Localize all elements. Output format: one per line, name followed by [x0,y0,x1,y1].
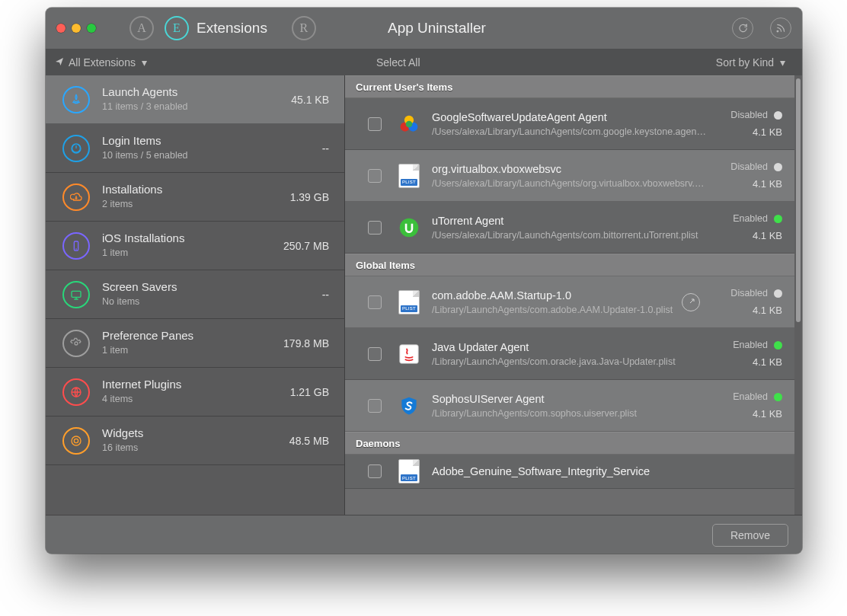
status-dot-icon [774,163,782,171]
checkbox[interactable] [368,347,382,361]
item-name: uTorrent Agent [432,215,708,227]
sidebar-item-launch-agents[interactable]: Launch Agents 11 items / 3 enabled 45.1 … [46,75,344,124]
chat-icon[interactable] [732,18,753,39]
item-name: org.virtualbox.vboxwebsvc [432,163,708,175]
list-item[interactable]: org.virtualbox.vboxwebsvc /Users/alexa/L… [345,150,794,202]
sidebar-item-title: iOS Installations [102,231,283,246]
sidebar-item-widgets[interactable]: Widgets 16 items 48.5 MB [46,417,344,465]
sidebar-item-subtitle: 1 item [102,247,283,260]
maximize-window-button[interactable] [87,24,96,33]
checkbox[interactable] [368,464,382,478]
sidebar-item-title: Login Items [102,134,322,148]
sidebar-item-text: Launch Agents 11 items / 3 enabled [102,85,291,113]
sidebar-item-size: 179.8 MB [283,337,329,349]
item-meta: Enabled 4.1 KB [717,391,782,420]
sidebar-item-text: Internet Plugins 4 items [102,378,290,405]
item-text: SophosUIServer Agent /Library/LaunchAgen… [432,393,708,419]
app-icon [398,292,420,313]
status-label: Disabled [730,161,768,172]
list-item[interactable]: Adobe_Genuine_Software_Integrity_Service [345,455,794,489]
item-meta: Enabled 4.1 KB [717,340,782,368]
scrollbar[interactable] [794,75,802,515]
launch-agents-icon [62,86,90,113]
status: Enabled [733,391,782,402]
sidebar-item-subtitle: 11 items / 3 enabled [102,101,291,113]
sidebar-item-subtitle: 1 item [102,345,283,357]
list-item[interactable]: GoogleSoftwareUpdateAgent Agent /Users/a… [345,98,794,150]
remove-button[interactable]: Remove [712,524,788,547]
svg-point-4 [75,342,78,345]
rss-icon[interactable] [770,18,791,39]
chevron-down-icon: ▾ [780,56,785,69]
installations-icon [62,184,90,211]
sidebar-item-ios-installations[interactable]: iOS Installations 1 item 250.7 MB [46,222,344,270]
sidebar-item-size: 45.1 KB [291,94,329,106]
status: Enabled [733,340,782,350]
sidebar-item-title: Preference Panes [102,329,283,343]
section-header: Global Items [345,254,794,276]
sidebar-item-screen-savers[interactable]: Screen Savers No items -- [46,270,344,319]
list-item[interactable]: SophosUIServer Agent /Library/LaunchAgen… [345,380,794,432]
item-text: Java Updater Agent /Library/LaunchAgents… [432,341,708,367]
status: Enabled [733,213,782,224]
sidebar-item-installations[interactable]: Installations 2 items 1.39 GB [46,173,344,222]
tab-extensions-icon[interactable]: E [165,16,189,40]
list-item[interactable]: Java Updater Agent /Library/LaunchAgents… [345,328,794,380]
item-text: org.virtualbox.vboxwebsvc /Users/alexa/L… [432,163,708,189]
status: Disabled [730,110,782,120]
item-name: Adobe_Genuine_Software_Integrity_Service [432,465,782,477]
item-size: 4.1 KB [753,178,782,190]
close-window-button[interactable] [56,24,66,33]
checkbox[interactable] [368,221,382,235]
item-size: 4.1 KB [753,356,782,368]
svg-point-0 [777,30,778,32]
window-controls [56,24,96,33]
sort-dropdown[interactable]: Sort by Kind ▾ [716,56,785,69]
footer: Remove [46,515,802,554]
section-header: Current User's Items [345,75,794,98]
list-item[interactable]: uTorrent Agent /Users/alexa/Library/Laun… [345,202,794,254]
sidebar-item-subtitle: 4 items [102,394,290,406]
sidebar-item-subtitle: 16 items [102,442,289,455]
login-items-icon [62,135,90,162]
status-label: Enabled [733,391,768,402]
toolbar: All Extensions ▾ Select All Sort by Kind… [46,49,802,75]
sidebar-item-text: Screen Savers No items [102,280,322,308]
checkbox[interactable] [368,117,382,131]
item-path: /Library/LaunchAgents/com.adobe.AAM.Upda… [432,305,682,315]
filter-dropdown[interactable]: All Extensions ▾ [69,56,147,69]
ios-installations-icon [62,232,90,260]
status-label: Disabled [730,288,768,298]
status-label: Disabled [730,110,768,120]
sidebar: Launch Agents 11 items / 3 enabled 45.1 … [46,75,345,515]
app-title: App Uninstaller [388,20,486,37]
app-icon [398,217,420,238]
sidebar-item-subtitle: No items [102,296,322,308]
item-text: com.adobe.AAM.Startup-1.0 /Library/Launc… [432,289,682,315]
tab-remains-icon[interactable]: R [292,16,316,40]
svg-point-6 [72,436,81,445]
checkbox[interactable] [368,399,382,413]
item-name: GoogleSoftwareUpdateAgent Agent [432,111,708,123]
checkbox[interactable] [368,295,382,309]
item-size: 4.1 KB [753,305,782,316]
sidebar-item-login-items[interactable]: Login Items 10 items / 5 enabled -- [46,124,344,173]
scrollbar-thumb[interactable] [796,78,801,322]
sidebar-item-preference-panes[interactable]: Preference Panes 1 item 179.8 MB [46,319,344,368]
checkbox[interactable] [368,169,382,183]
sidebar-item-internet-plugins[interactable]: Internet Plugins 4 items 1.21 GB [46,368,344,417]
sidebar-item-title: Internet Plugins [102,378,290,392]
sidebar-item-text: Installations 2 items [102,183,290,210]
app-icon [398,461,420,482]
widgets-icon [62,427,90,455]
svg-rect-3 [72,291,81,297]
main-body: Launch Agents 11 items / 3 enabled 45.1 … [46,75,802,515]
sidebar-item-subtitle: 10 items / 5 enabled [102,150,322,162]
item-name: Java Updater Agent [432,341,708,353]
minimize-window-button[interactable] [72,24,81,33]
list-item[interactable]: com.adobe.AAM.Startup-1.0 /Library/Launc… [345,276,794,328]
select-all-button[interactable]: Select All [376,56,420,69]
item-meta: Disabled 4.1 KB [717,161,782,190]
tab-apps-icon[interactable]: A [129,16,154,40]
reveal-in-finder-icon[interactable] [682,293,700,311]
